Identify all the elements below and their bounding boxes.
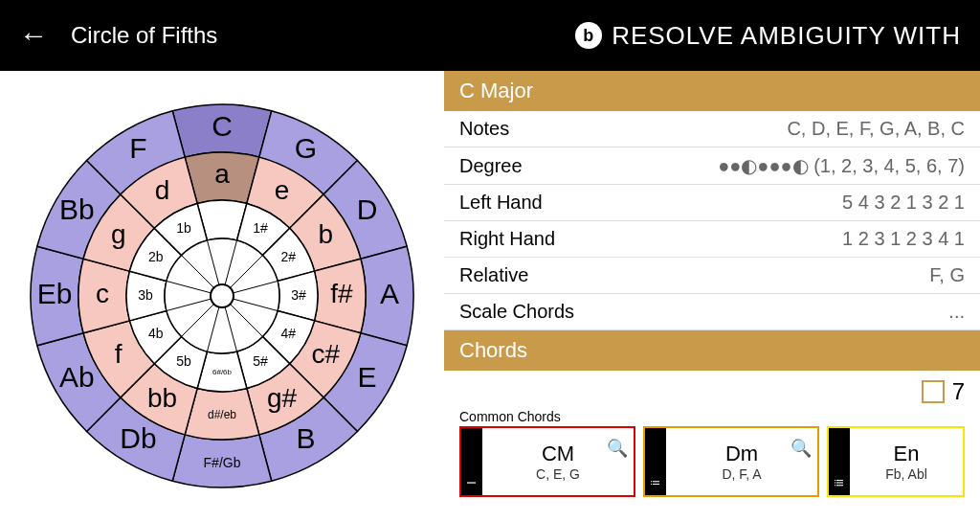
chord-notes: C, E, G <box>536 466 580 482</box>
info-value: F, G <box>929 264 965 286</box>
flat-icon: b <box>575 22 602 49</box>
svg-text:5b: 5b <box>176 353 191 369</box>
svg-text:d#/eb: d#/eb <box>208 408 236 421</box>
svg-text:Bb: Bb <box>59 193 95 225</box>
info-value: C, D, E, F, G, A, B, C <box>787 118 965 140</box>
svg-text:d: d <box>155 175 170 205</box>
svg-text:6#/6b: 6#/6b <box>212 368 233 376</box>
info-row-relative[interactable]: RelativeF, G <box>444 258 980 294</box>
seventh-label: 7 <box>952 378 965 405</box>
chord-notes: Fb, Abl <box>885 466 927 482</box>
info-value: ... <box>948 301 965 323</box>
info-value: 1 2 3 1 2 3 4 1 <box>842 228 965 250</box>
roman-numeral: I <box>461 428 482 495</box>
info-row-degree[interactable]: Degree●●◐●●●◐ (1, 2, 3, 4, 5, 6, 7) <box>444 147 980 185</box>
svg-text:a: a <box>214 159 230 189</box>
info-label: Right Hand <box>459 228 555 250</box>
svg-text:Db: Db <box>120 422 156 454</box>
svg-text:c: c <box>96 279 109 308</box>
svg-text:F: F <box>129 132 146 164</box>
svg-text:2b: 2b <box>148 249 164 264</box>
svg-text:F#/Gb: F#/Gb <box>204 455 241 470</box>
svg-text:f#: f# <box>330 279 353 308</box>
center-dot <box>211 284 234 307</box>
svg-text:g: g <box>111 219 126 249</box>
chord-card-dm[interactable]: ii 🔍Dm D, F, A <box>643 426 819 497</box>
svg-text:2#: 2# <box>280 249 296 264</box>
svg-text:A: A <box>380 278 399 309</box>
svg-text:Ab: Ab <box>59 361 95 393</box>
svg-text:3#: 3# <box>291 287 306 303</box>
info-label: Degree <box>459 155 523 177</box>
roman-numeral: iii <box>829 428 850 495</box>
chord-name: Dm <box>725 442 758 466</box>
info-label: Notes <box>459 118 509 140</box>
page-title: Circle of Fifths <box>71 22 217 49</box>
chord-notes: D, F, A <box>722 466 761 482</box>
svg-text:e: e <box>275 175 290 205</box>
svg-text:3b: 3b <box>138 287 153 303</box>
svg-text:b: b <box>318 219 333 249</box>
scale-header: C Major <box>444 71 980 111</box>
svg-text:4b: 4b <box>148 326 164 341</box>
svg-text:D: D <box>357 193 378 225</box>
magnify-icon[interactable]: 🔍 <box>791 438 812 459</box>
seventh-checkbox[interactable] <box>922 380 945 403</box>
svg-text:G: G <box>295 132 317 164</box>
svg-text:1#: 1# <box>253 220 268 236</box>
info-label: Relative <box>459 264 528 286</box>
info-row-scale-chords[interactable]: Scale Chords... <box>444 294 980 330</box>
svg-text:5#: 5# <box>253 353 268 369</box>
svg-text:f: f <box>115 339 122 369</box>
svg-text:1b: 1b <box>176 220 191 236</box>
svg-text:E: E <box>358 361 377 393</box>
top-bar: ← Circle of Fifths b RESOLVE AMBIGUITY W… <box>0 0 980 71</box>
chord-card-cm[interactable]: I 🔍CM C, E, G <box>459 426 635 497</box>
info-label: Scale Chords <box>459 301 574 323</box>
chord-name: CM <box>542 442 574 466</box>
info-row-right-hand[interactable]: Right Hand1 2 3 1 2 3 4 1 <box>444 221 980 258</box>
info-value: ●●◐●●●◐ (1, 2, 3, 4, 5, 6, 7) <box>718 154 965 177</box>
roman-numeral: ii <box>645 428 666 495</box>
chord-name: En <box>894 442 920 466</box>
chord-card-en[interactable]: iii En Fb, Abl <box>827 426 965 497</box>
info-label: Left Hand <box>459 192 543 214</box>
common-chords-label: Common Chords <box>459 409 965 424</box>
info-row-left-hand[interactable]: Left Hand5 4 3 2 1 3 2 1 <box>444 185 980 221</box>
svg-text:c#: c# <box>311 339 340 369</box>
svg-text:g#: g# <box>267 383 298 413</box>
svg-text:bb: bb <box>147 383 177 413</box>
resolve-label: RESOLVE AMBIGUITY WITH <box>612 21 961 51</box>
magnify-icon[interactable]: 🔍 <box>607 438 628 459</box>
chords-header: Chords <box>444 330 980 371</box>
circle-of-fifths-diagram[interactable]: CaGe1#Db2#Af#3#Ec#4#Bg#5#F#/Gbd#/eb6#/6b… <box>0 71 444 521</box>
svg-text:C: C <box>212 110 233 142</box>
info-row-notes[interactable]: NotesC, D, E, F, G, A, B, C <box>444 111 980 147</box>
svg-text:Eb: Eb <box>37 278 73 309</box>
info-value: 5 4 3 2 1 3 2 1 <box>842 192 965 214</box>
resolve-ambiguity-button[interactable]: b RESOLVE AMBIGUITY WITH <box>575 21 961 51</box>
back-arrow-icon[interactable]: ← <box>19 19 48 52</box>
svg-text:4#: 4# <box>280 326 296 341</box>
svg-text:B: B <box>296 422 315 454</box>
